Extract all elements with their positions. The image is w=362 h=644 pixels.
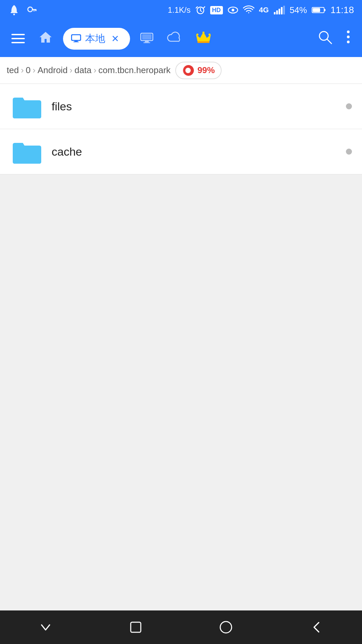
battery-icon — [312, 6, 326, 14]
nav-recents-icon — [129, 621, 142, 634]
alarm-icon — [195, 5, 205, 15]
hamburger-line-1 — [11, 34, 25, 35]
nav-recents-button[interactable] — [119, 616, 153, 639]
status-bar-left — [8, 4, 38, 16]
folder-icon-wrap-cache — [10, 137, 44, 167]
eye-icon — [228, 6, 238, 14]
svg-rect-9 — [276, 10, 278, 14]
nav-back-icon — [309, 620, 324, 635]
svg-rect-20 — [74, 41, 78, 42]
battery-percent: 54% — [290, 5, 307, 15]
second-tab[interactable] — [137, 28, 157, 50]
hamburger-line-2 — [11, 38, 25, 39]
bottom-nav-bar — [0, 610, 362, 644]
svg-rect-25 — [143, 42, 150, 43]
svg-rect-38 — [13, 147, 41, 164]
menu-button[interactable] — [8, 31, 28, 47]
folder-item-cache[interactable]: cache — [0, 129, 362, 174]
signal-bars — [274, 5, 285, 15]
hamburger-line-3 — [11, 42, 25, 43]
local-tab-icon — [71, 33, 81, 45]
svg-rect-23 — [142, 34, 152, 40]
signal-4g: 4G — [259, 6, 269, 14]
svg-rect-4 — [34, 10, 35, 11]
status-bar-right: 1.1K/s HD 4G 54% — [168, 5, 354, 15]
svg-rect-37 — [13, 102, 41, 118]
breadcrumb-sep-1: › — [33, 65, 36, 75]
local-tab[interactable]: 本地 ✕ — [63, 28, 130, 50]
status-bar: 1.1K/s HD 4G 54% — [0, 0, 362, 20]
folder-icon-files — [11, 93, 43, 120]
search-button[interactable] — [314, 26, 336, 51]
folder-name-files: files — [52, 100, 346, 113]
more-button[interactable] — [343, 26, 354, 51]
svg-point-40 — [220, 622, 232, 633]
search-icon — [317, 29, 333, 45]
crown-icon — [196, 31, 211, 44]
nav-down-icon — [38, 620, 53, 635]
breadcrumb-part-4[interactable]: com.tbcn.heropark — [99, 65, 171, 75]
storage-percent-label: 99% — [197, 65, 215, 75]
breadcrumb-sep-0: › — [21, 65, 24, 75]
second-tab-icon — [140, 31, 154, 43]
svg-rect-29 — [197, 41, 209, 43]
svg-point-26 — [196, 34, 198, 36]
more-icon — [346, 29, 351, 45]
svg-rect-3 — [35, 10, 37, 11]
svg-rect-14 — [324, 9, 325, 11]
svg-point-33 — [347, 36, 350, 38]
svg-point-34 — [347, 41, 350, 43]
svg-point-1 — [28, 7, 33, 12]
breadcrumb-part-2[interactable]: Android — [38, 65, 68, 75]
clock-time: 11:18 — [330, 5, 354, 15]
breadcrumb-part-1[interactable]: 0 — [26, 65, 31, 75]
folder-item-files[interactable]: files — [0, 84, 362, 129]
home-icon — [38, 30, 53, 45]
folder-icon-cache — [11, 138, 43, 165]
breadcrumb-bar: ted › 0 › Android › data › com.tbcn.hero… — [0, 57, 362, 84]
svg-point-32 — [347, 31, 350, 33]
breadcrumb-part-0[interactable]: ted — [7, 65, 19, 75]
key-icon — [26, 4, 38, 16]
wifi-icon — [243, 5, 254, 15]
folder-icon-wrap-files — [10, 91, 44, 121]
svg-point-7 — [232, 9, 234, 11]
home-button[interactable] — [35, 26, 56, 51]
svg-point-36 — [185, 68, 191, 73]
svg-rect-2 — [32, 9, 37, 10]
folder-dot-files — [346, 103, 352, 109]
storage-pie-chart — [182, 64, 194, 76]
cloud-button[interactable] — [164, 28, 186, 50]
svg-rect-19 — [72, 35, 80, 40]
cloud-icon — [167, 31, 182, 43]
folder-name-cache: cache — [52, 145, 346, 158]
svg-point-0 — [13, 14, 15, 15]
tab-close-button[interactable]: ✕ — [111, 33, 119, 44]
svg-rect-39 — [131, 622, 141, 632]
svg-rect-21 — [73, 42, 79, 42]
svg-point-28 — [202, 32, 204, 34]
breadcrumb-sep-3: › — [94, 65, 97, 75]
crown-button[interactable] — [192, 27, 215, 50]
folder-dot-cache — [346, 149, 352, 155]
nav-home-icon — [219, 620, 233, 635]
svg-point-27 — [208, 34, 210, 36]
storage-badge[interactable]: 99% — [175, 62, 222, 79]
file-list: files cache — [0, 84, 362, 174]
bell-icon — [8, 4, 20, 16]
svg-rect-11 — [281, 7, 283, 14]
svg-rect-24 — [145, 41, 149, 42]
svg-line-31 — [327, 39, 331, 44]
svg-rect-12 — [283, 6, 285, 14]
nav-back-button[interactable] — [299, 615, 334, 639]
network-speed: 1.1K/s — [168, 5, 190, 15]
svg-rect-8 — [274, 12, 276, 14]
breadcrumb-sep-2: › — [70, 65, 73, 75]
hd-badge: HD — [210, 6, 223, 14]
svg-rect-15 — [313, 8, 320, 12]
app-bar: 本地 ✕ — [0, 20, 362, 57]
breadcrumb-part-3[interactable]: data — [74, 65, 92, 75]
nav-down-button[interactable] — [28, 615, 63, 639]
svg-rect-10 — [279, 9, 280, 14]
nav-home-button[interactable] — [208, 615, 243, 639]
